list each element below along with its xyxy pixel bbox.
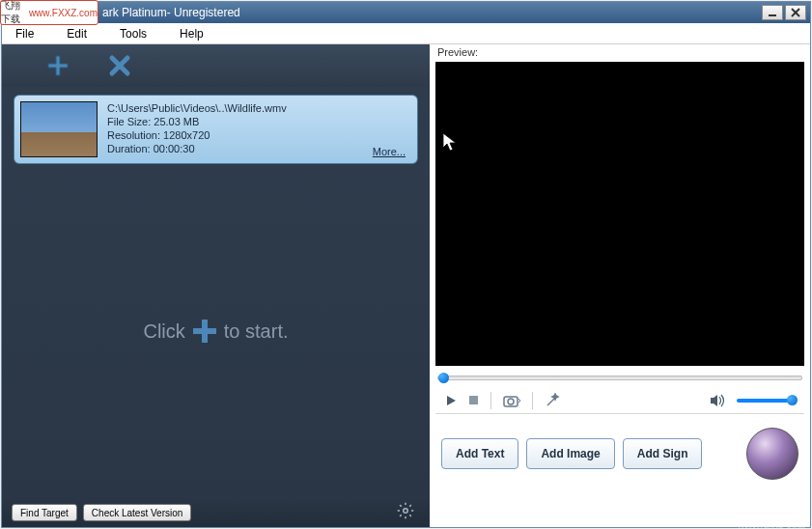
source-badge: 飞翔下载 www.FXXZ.com <box>0 0 98 25</box>
main-area: C:\Users\Public\Videos\..\Wildlife.wmv F… <box>2 44 810 527</box>
hint-start: to start. <box>224 320 289 343</box>
menu-help[interactable]: Help <box>180 27 204 41</box>
file-duration: Duration: 00:00:30 <box>107 142 411 155</box>
add-file-button[interactable] <box>42 50 73 81</box>
preview-panel: Preview: <box>430 44 810 527</box>
file-thumbnail <box>20 101 98 157</box>
convert-button[interactable] <box>746 428 798 480</box>
menu-file[interactable]: File <box>15 27 34 41</box>
file-toolbar <box>2 44 430 87</box>
svg-point-3 <box>404 509 408 514</box>
hint-click: Click <box>143 320 184 343</box>
source-badge-cn: 飞翔下载 <box>1 0 26 26</box>
close-button[interactable] <box>785 5 806 20</box>
separator <box>490 392 491 409</box>
add-sign-button[interactable]: Add Sign <box>623 438 703 469</box>
plus-icon <box>191 318 218 345</box>
effects-button[interactable] <box>545 393 560 408</box>
drop-hint[interactable]: Click to start. <box>2 164 430 498</box>
player-controls <box>435 387 804 414</box>
seek-thumb[interactable] <box>438 373 449 383</box>
source-badge-url: www.FXXZ.com <box>29 8 98 18</box>
play-button[interactable] <box>445 395 457 406</box>
separator <box>532 392 533 409</box>
file-size: File Size: 25.03 MB <box>107 115 411 128</box>
status-bar: Find Target Check Latest Version <box>2 498 430 527</box>
preview-label: Preview: <box>430 44 810 62</box>
app-window: ark Platinum- Unregistered File Edit Too… <box>1 1 811 528</box>
svg-point-6 <box>508 399 514 404</box>
settings-icon[interactable] <box>397 502 414 523</box>
volume-icon[interactable] <box>710 394 725 407</box>
menu-tools[interactable]: Tools <box>120 27 147 41</box>
remove-file-button[interactable] <box>104 50 135 81</box>
svg-rect-4 <box>469 396 478 404</box>
volume-thumb[interactable] <box>787 395 798 405</box>
file-resolution: Resolution: 1280x720 <box>107 128 411 142</box>
window-title: ark Platinum- Unregistered <box>6 6 760 19</box>
file-list-panel: C:\Users\Public\Videos\..\Wildlife.wmv F… <box>2 44 430 527</box>
minimize-button[interactable] <box>762 5 783 20</box>
file-more-link[interactable]: More... <box>373 146 406 157</box>
titlebar: ark Platinum- Unregistered <box>2 2 810 23</box>
file-info: C:\Users\Public\Videos\..\Wildlife.wmv F… <box>107 101 411 157</box>
file-path: C:\Users\Public\Videos\..\Wildlife.wmv <box>107 101 411 115</box>
add-text-button[interactable]: Add Text <box>441 438 518 469</box>
seek-bar[interactable] <box>437 370 802 385</box>
menubar: File Edit Tools Help <box>2 23 810 44</box>
find-target-button[interactable]: Find Target <box>12 504 77 521</box>
volume-slider[interactable] <box>737 399 795 403</box>
check-version-button[interactable]: Check Latest Version <box>83 504 192 521</box>
watermark-actions: Add Text Add Image Add Sign <box>430 414 810 493</box>
stop-button[interactable] <box>468 395 479 405</box>
snapshot-button[interactable] <box>503 394 520 407</box>
add-image-button[interactable]: Add Image <box>526 438 614 469</box>
preview-viewport <box>435 62 804 366</box>
menu-edit[interactable]: Edit <box>67 27 87 41</box>
file-item[interactable]: C:\Users\Public\Videos\..\Wildlife.wmv F… <box>14 95 418 164</box>
